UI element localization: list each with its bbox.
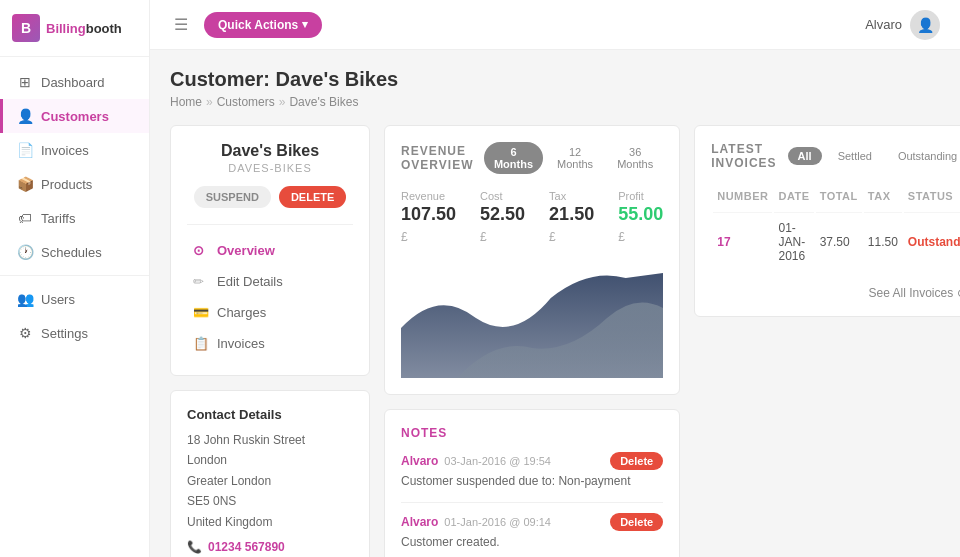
see-all-invoices: See All Invoices ⊙ [711, 285, 960, 300]
sidebar-item-products[interactable]: 📦 Products [0, 167, 149, 201]
note-header-1: Alvaro 03-Jan-2016 @ 19:54 Delete [401, 452, 663, 470]
stat-profit-label: Profit [618, 190, 663, 202]
stat-revenue: Revenue 107.50 £ [401, 190, 456, 246]
suspend-button[interactable]: SUSPEND [194, 186, 271, 208]
stat-revenue-label: Revenue [401, 190, 456, 202]
stat-profit: Profit 55.00 £ [618, 190, 663, 246]
products-icon: 📦 [17, 176, 33, 192]
tariffs-icon: 🏷 [17, 210, 33, 226]
breadcrumb-sep2: » [279, 95, 286, 109]
note-author-2: Alvaro [401, 515, 438, 529]
breadcrumb-customers[interactable]: Customers [217, 95, 275, 109]
customer-name: Dave's Bikes [187, 142, 353, 160]
filter-tab-all[interactable]: All [788, 147, 822, 165]
stat-cost-label: Cost [480, 190, 525, 202]
sidebar-item-label: Products [41, 177, 92, 192]
filter-tab-outstanding[interactable]: Outstanding [888, 147, 960, 165]
sidebar-item-dashboard[interactable]: ⊞ Dashboard [0, 65, 149, 99]
sidebar-item-label: Dashboard [41, 75, 105, 90]
contact-phone: 📞 01234 567890 [187, 540, 353, 554]
logo: B Billingbooth [0, 0, 149, 57]
sidebar-item-settings[interactable]: ⚙ Settings [0, 316, 149, 350]
invoice-table: NUMBER DATE TOTAL TAX STATUS 17 01-JAN-2… [711, 184, 960, 273]
note-date-2: 01-Jan-2016 @ 09:14 [444, 516, 551, 528]
note-text-1: Customer suspended due to: Non-payment [401, 474, 663, 488]
note-date-1: 03-Jan-2016 @ 19:54 [444, 455, 551, 467]
col-tax: TAX [864, 186, 902, 210]
note-delete-button-1[interactable]: Delete [610, 452, 663, 470]
subnav-overview-label: Overview [217, 243, 275, 258]
invoice-status: Outstanding [904, 212, 960, 271]
quick-actions-button[interactable]: Quick Actions [204, 12, 322, 38]
col-total: TOTAL [816, 186, 862, 210]
stat-profit-value: 55.00 £ [618, 204, 663, 245]
content-grid: Dave's Bikes DAVES-BIKES SUSPEND DELETE … [170, 125, 940, 557]
main-content: Customer: Dave's Bikes Home » Customers … [150, 50, 960, 557]
right-column: LATEST INVOICES All Settled Outstanding … [694, 125, 960, 557]
contact-title: Contact Details [187, 407, 353, 422]
sidebar-item-customers[interactable]: 👤 Customers [0, 99, 149, 133]
subnav-invoices[interactable]: 📋 Invoices [187, 328, 353, 359]
revenue-stats: Revenue 107.50 £ Cost 52.50 £ Tax 21.50 … [401, 190, 663, 246]
middle-column: REVENUE OVERVIEW 6 Months 12 Months 36 M… [384, 125, 680, 557]
period-tab-6m[interactable]: 6 Months [484, 142, 543, 174]
hamburger-menu[interactable]: ☰ [170, 15, 192, 34]
invoice-link[interactable]: 17 [717, 235, 730, 249]
note-text-2: Customer created. [401, 535, 663, 549]
overview-icon: ⊙ [193, 243, 209, 258]
period-tabs: 6 Months 12 Months 36 Months [484, 142, 663, 174]
schedules-icon: 🕐 [17, 244, 33, 260]
customer-sub-nav: ⊙ Overview ✏ Edit Details 💳 Charges � [187, 224, 353, 359]
subnav-edit-label: Edit Details [217, 274, 283, 289]
subnav-edit-details[interactable]: ✏ Edit Details [187, 266, 353, 297]
subnav-overview[interactable]: ⊙ Overview [187, 235, 353, 266]
filter-tab-settled[interactable]: Settled [828, 147, 882, 165]
period-tab-12m[interactable]: 12 Months [547, 142, 603, 174]
breadcrumb-home[interactable]: Home [170, 95, 202, 109]
settings-icon: ⚙ [17, 325, 33, 341]
col-status: STATUS [904, 186, 960, 210]
charges-icon: 💳 [193, 305, 209, 320]
sidebar-item-label: Tariffs [41, 211, 75, 226]
note-item-2: Alvaro 01-Jan-2016 @ 09:14 Delete Custom… [401, 513, 663, 549]
sidebar-item-label: Schedules [41, 245, 102, 260]
subnav-charges[interactable]: 💳 Charges [187, 297, 353, 328]
invoices-header: LATEST INVOICES All Settled Outstanding [711, 142, 960, 170]
stat-tax-value: 21.50 £ [549, 204, 594, 245]
revenue-chart [401, 258, 663, 378]
customer-id: DAVES-BIKES [187, 162, 353, 174]
sidebar-item-tariffs[interactable]: 🏷 Tariffs [0, 201, 149, 235]
chart-area [401, 258, 663, 378]
note-item-1: Alvaro 03-Jan-2016 @ 19:54 Delete Custom… [401, 452, 663, 488]
invoice-number: 17 [713, 212, 772, 271]
see-all-link[interactable]: See All Invoices ⊙ [868, 286, 960, 300]
stat-cost-value: 52.50 £ [480, 204, 525, 245]
topbar: ☰ Quick Actions Alvaro 👤 [150, 0, 960, 50]
note-delete-button-2[interactable]: Delete [610, 513, 663, 531]
action-buttons: SUSPEND DELETE [187, 186, 353, 208]
sidebar-item-schedules[interactable]: 🕐 Schedules [0, 235, 149, 269]
revenue-title: REVENUE OVERVIEW [401, 144, 484, 172]
user-name: Alvaro [865, 17, 902, 32]
sidebar-item-users[interactable]: 👥 Users [0, 282, 149, 316]
avatar: 👤 [910, 10, 940, 40]
table-row: 17 01-JAN-2016 37.50 11.50 Outstanding [713, 212, 960, 271]
invoices-card: LATEST INVOICES All Settled Outstanding … [694, 125, 960, 317]
col-number: NUMBER [713, 186, 772, 210]
users-icon: 👥 [17, 291, 33, 307]
invoice-tax: 11.50 [864, 212, 902, 271]
sidebar-item-invoices[interactable]: 📄 Invoices [0, 133, 149, 167]
logo-text: Billingbooth [46, 21, 122, 36]
topbar-user: Alvaro 👤 [865, 10, 940, 40]
col-date: DATE [774, 186, 813, 210]
breadcrumb-current: Dave's Bikes [289, 95, 358, 109]
period-tab-36m[interactable]: 36 Months [607, 142, 663, 174]
revenue-header: REVENUE OVERVIEW 6 Months 12 Months 36 M… [401, 142, 663, 174]
delete-button[interactable]: DELETE [279, 186, 346, 208]
notes-card: NOTES Alvaro 03-Jan-2016 @ 19:54 Delete … [384, 409, 680, 557]
stat-tax-label: Tax [549, 190, 594, 202]
stat-tax: Tax 21.50 £ [549, 190, 594, 246]
edit-icon: ✏ [193, 274, 209, 289]
breadcrumb: Home » Customers » Dave's Bikes [170, 95, 940, 109]
note-author-1: Alvaro [401, 454, 438, 468]
